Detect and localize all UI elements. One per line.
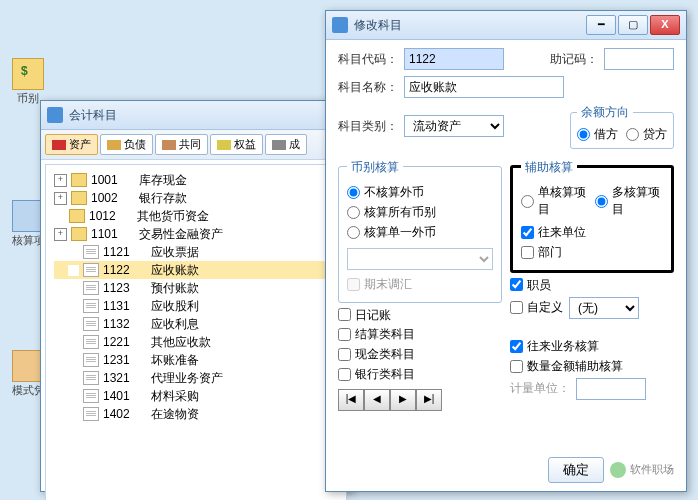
tab-assets[interactable]: 资产 xyxy=(45,134,98,155)
car-icon xyxy=(52,140,66,150)
aux-single-radio[interactable]: 单核算项目 xyxy=(521,184,589,218)
tree-row-1123[interactable]: 1123预付账款 xyxy=(54,279,338,297)
account-name: 代理业务资产 xyxy=(151,370,223,387)
cash-check[interactable]: 现金类科目 xyxy=(338,346,502,363)
bank-check[interactable]: 银行类科目 xyxy=(338,366,502,383)
tree-row-1221[interactable]: 1221其他应收款 xyxy=(54,333,338,351)
account-code: 1121 xyxy=(103,244,151,261)
biz-check[interactable]: 往来业务核算 xyxy=(510,338,674,355)
account-name: 坏账准备 xyxy=(151,352,199,369)
sidebar-icon-currency[interactable]: 币别 xyxy=(12,58,44,90)
expand-icon[interactable] xyxy=(68,355,79,366)
titlebar[interactable]: 修改科目 ━ ▢ X xyxy=(326,11,686,40)
minimize-button[interactable]: ━ xyxy=(586,15,616,35)
code-input[interactable] xyxy=(404,48,504,70)
account-code: 1122 xyxy=(103,262,151,279)
expand-icon[interactable] xyxy=(68,391,79,402)
tab-liabilities[interactable]: 负债 xyxy=(100,134,153,155)
expand-icon[interactable] xyxy=(54,211,65,222)
tree-row-1012[interactable]: 1012其他货币资金 xyxy=(54,207,338,225)
expand-icon[interactable] xyxy=(68,409,79,420)
account-code: 1321 xyxy=(103,370,151,387)
aux-employee-check[interactable]: 职员 xyxy=(510,277,674,294)
journal-check[interactable]: 日记账 xyxy=(338,307,502,324)
credit-radio[interactable]: 贷方 xyxy=(626,126,667,143)
tree-row-1321[interactable]: 1321代理业务资产 xyxy=(54,369,338,387)
currency-select xyxy=(347,248,493,270)
folder-icon xyxy=(71,191,87,205)
account-name: 其他货币资金 xyxy=(137,208,209,225)
balance-legend: 余额方向 xyxy=(577,104,633,121)
nav-prev[interactable]: ◀ xyxy=(364,389,390,411)
aux-partner-check[interactable]: 往来单位 xyxy=(521,224,663,241)
account-name: 在途物资 xyxy=(151,406,199,423)
tree-row-1131[interactable]: 1131应收股利 xyxy=(54,297,338,315)
tree-row-1401[interactable]: 1401材料采购 xyxy=(54,387,338,405)
close-button[interactable]: X xyxy=(650,15,680,35)
account-tree[interactable]: +1001库存现金+1002银行存款1012其他货币资金+1101交易性金融资产… xyxy=(45,164,347,500)
tab-equity[interactable]: 权益 xyxy=(210,134,263,155)
window-title: 修改科目 xyxy=(354,17,586,34)
tree-row-1001[interactable]: +1001库存现金 xyxy=(54,171,338,189)
gear-icon xyxy=(272,140,286,150)
file-icon xyxy=(83,371,99,385)
aux-custom-check[interactable]: 自定义 xyxy=(510,299,563,316)
expand-icon[interactable]: + xyxy=(54,174,67,187)
expand-icon[interactable] xyxy=(68,337,79,348)
qty-check[interactable]: 数量金额辅助核算 xyxy=(510,358,674,375)
currency-legend: 币别核算 xyxy=(347,159,403,176)
expand-icon[interactable] xyxy=(68,283,79,294)
currency-none-radio[interactable]: 不核算外币 xyxy=(347,184,493,201)
tab-common[interactable]: 共同 xyxy=(155,134,208,155)
expand-icon[interactable] xyxy=(68,265,79,276)
expand-icon[interactable] xyxy=(68,247,79,258)
tree-row-1122[interactable]: 1122应收账款 xyxy=(54,261,338,279)
file-icon xyxy=(83,281,99,295)
account-code: 1132 xyxy=(103,316,151,333)
expand-icon[interactable] xyxy=(68,373,79,384)
account-name: 其他应收款 xyxy=(151,334,211,351)
tree-row-1002[interactable]: +1002银行存款 xyxy=(54,189,338,207)
aux-custom-select[interactable]: (无) xyxy=(569,297,639,319)
crown-icon xyxy=(217,140,231,150)
folder-icon xyxy=(71,173,87,187)
name-label: 科目名称： xyxy=(338,79,398,96)
tab-cost[interactable]: 成 xyxy=(265,134,307,155)
account-code: 1221 xyxy=(103,334,151,351)
hands-icon xyxy=(162,140,176,150)
name-input[interactable] xyxy=(404,76,564,98)
unit-label: 计量单位： xyxy=(510,380,570,397)
account-code: 1101 xyxy=(91,226,139,243)
account-code: 1001 xyxy=(91,172,139,189)
tree-row-1101[interactable]: +1101交易性金融资产 xyxy=(54,225,338,243)
expand-icon[interactable] xyxy=(68,301,79,312)
settle-check[interactable]: 结算类科目 xyxy=(338,326,502,343)
nav-last[interactable]: ▶| xyxy=(416,389,442,411)
aux-dept-check[interactable]: 部门 xyxy=(521,244,663,261)
tree-row-1121[interactable]: 1121应收票据 xyxy=(54,243,338,261)
currency-all-radio[interactable]: 核算所有币别 xyxy=(347,204,493,221)
debit-radio[interactable]: 借方 xyxy=(577,126,618,143)
aux-multi-radio[interactable]: 多核算项目 xyxy=(595,184,663,218)
tree-row-1402[interactable]: 1402在途物资 xyxy=(54,405,338,423)
nav-next[interactable]: ▶ xyxy=(390,389,416,411)
titlebar[interactable]: 会计科目 xyxy=(41,101,351,130)
folder-icon xyxy=(69,209,85,223)
expand-icon[interactable]: + xyxy=(54,192,67,205)
account-code: 1012 xyxy=(89,208,137,225)
file-icon xyxy=(83,407,99,421)
ok-button[interactable]: 确定 xyxy=(548,457,604,483)
maximize-button[interactable]: ▢ xyxy=(618,15,648,35)
file-icon xyxy=(83,353,99,367)
tree-row-1132[interactable]: 1132应收利息 xyxy=(54,315,338,333)
file-icon xyxy=(83,245,99,259)
account-name: 应收股利 xyxy=(151,298,199,315)
expand-icon[interactable]: + xyxy=(54,228,67,241)
expand-icon[interactable] xyxy=(68,319,79,330)
tree-row-1231[interactable]: 1231坏账准备 xyxy=(54,351,338,369)
nav-first[interactable]: |◀ xyxy=(338,389,364,411)
currency-single-radio[interactable]: 核算单一外币 xyxy=(347,224,493,241)
mnemonic-input[interactable] xyxy=(604,48,674,70)
category-select[interactable]: 流动资产 xyxy=(404,115,504,137)
account-code: 1231 xyxy=(103,352,151,369)
